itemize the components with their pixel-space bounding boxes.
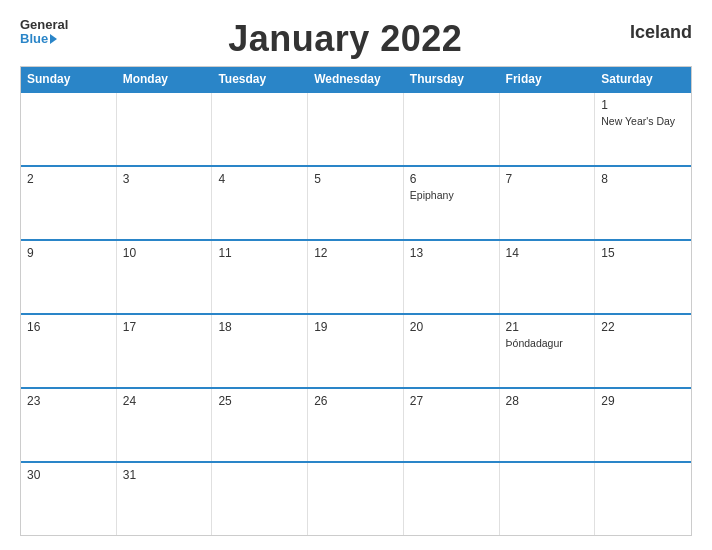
day-number: 6 <box>410 171 493 188</box>
day-cell <box>308 463 404 535</box>
day-number: 23 <box>27 393 110 410</box>
day-cell: 6Epiphany <box>404 167 500 239</box>
page: General Blue January 2022 Iceland Sunday… <box>0 0 712 550</box>
day-cell: 17 <box>117 315 213 387</box>
day-number: 11 <box>218 245 301 262</box>
logo-general-text: General <box>20 18 68 32</box>
day-cell <box>212 463 308 535</box>
week-row-2: 23456Epiphany78 <box>21 165 691 239</box>
day-cell: 24 <box>117 389 213 461</box>
day-cell: 23 <box>21 389 117 461</box>
day-cell: 14 <box>500 241 596 313</box>
day-header-thursday: Thursday <box>404 67 500 91</box>
day-number: 29 <box>601 393 685 410</box>
day-cell <box>308 93 404 165</box>
day-cell: 25 <box>212 389 308 461</box>
day-cell: 2 <box>21 167 117 239</box>
day-header-tuesday: Tuesday <box>212 67 308 91</box>
day-cell: 19 <box>308 315 404 387</box>
day-number: 25 <box>218 393 301 410</box>
day-number: 3 <box>123 171 206 188</box>
day-number: 22 <box>601 319 685 336</box>
day-cell: 30 <box>21 463 117 535</box>
day-number: 12 <box>314 245 397 262</box>
week-row-6: 3031 <box>21 461 691 535</box>
logo-blue-text: Blue <box>20 32 57 46</box>
day-cell: 29 <box>595 389 691 461</box>
day-cell: 27 <box>404 389 500 461</box>
calendar-body: 1New Year's Day23456Epiphany789101112131… <box>21 91 691 535</box>
day-number: 20 <box>410 319 493 336</box>
day-cell <box>212 93 308 165</box>
event-label: Epiphany <box>410 189 493 203</box>
day-number: 24 <box>123 393 206 410</box>
day-cell: 7 <box>500 167 596 239</box>
week-row-4: 161718192021Þóndadagur22 <box>21 313 691 387</box>
day-number: 8 <box>601 171 685 188</box>
day-cell <box>500 93 596 165</box>
day-cell: 8 <box>595 167 691 239</box>
header: General Blue January 2022 Iceland <box>20 18 692 60</box>
day-cell <box>404 463 500 535</box>
day-cell: 13 <box>404 241 500 313</box>
day-number: 14 <box>506 245 589 262</box>
week-row-3: 9101112131415 <box>21 239 691 313</box>
day-cell: 1New Year's Day <box>595 93 691 165</box>
week-row-1: 1New Year's Day <box>21 91 691 165</box>
day-number: 9 <box>27 245 110 262</box>
country-label: Iceland <box>622 18 692 43</box>
day-cell: 3 <box>117 167 213 239</box>
day-number: 4 <box>218 171 301 188</box>
day-number: 2 <box>27 171 110 188</box>
days-header-row: SundayMondayTuesdayWednesdayThursdayFrid… <box>21 67 691 91</box>
day-header-wednesday: Wednesday <box>308 67 404 91</box>
day-cell <box>404 93 500 165</box>
day-cell: 10 <box>117 241 213 313</box>
day-number: 16 <box>27 319 110 336</box>
day-header-saturday: Saturday <box>595 67 691 91</box>
event-label: New Year's Day <box>601 115 685 129</box>
calendar-title: January 2022 <box>68 18 622 60</box>
day-number: 26 <box>314 393 397 410</box>
day-number: 31 <box>123 467 206 484</box>
day-number: 10 <box>123 245 206 262</box>
day-number: 15 <box>601 245 685 262</box>
day-number: 30 <box>27 467 110 484</box>
event-label: Þóndadagur <box>506 337 589 351</box>
day-cell: 18 <box>212 315 308 387</box>
day-cell: 22 <box>595 315 691 387</box>
day-cell: 4 <box>212 167 308 239</box>
day-header-monday: Monday <box>117 67 213 91</box>
day-number: 5 <box>314 171 397 188</box>
day-number: 18 <box>218 319 301 336</box>
day-header-friday: Friday <box>500 67 596 91</box>
day-number: 1 <box>601 97 685 114</box>
day-number: 21 <box>506 319 589 336</box>
logo-triangle-icon <box>50 34 57 44</box>
day-cell: 5 <box>308 167 404 239</box>
day-cell: 9 <box>21 241 117 313</box>
day-cell <box>117 93 213 165</box>
day-number: 13 <box>410 245 493 262</box>
day-header-sunday: Sunday <box>21 67 117 91</box>
day-cell: 26 <box>308 389 404 461</box>
day-number: 27 <box>410 393 493 410</box>
day-cell <box>21 93 117 165</box>
day-cell: 11 <box>212 241 308 313</box>
day-cell: 12 <box>308 241 404 313</box>
day-cell: 28 <box>500 389 596 461</box>
day-cell: 15 <box>595 241 691 313</box>
day-cell <box>595 463 691 535</box>
day-number: 7 <box>506 171 589 188</box>
calendar: SundayMondayTuesdayWednesdayThursdayFrid… <box>20 66 692 536</box>
day-cell: 21Þóndadagur <box>500 315 596 387</box>
day-cell <box>500 463 596 535</box>
day-cell: 31 <box>117 463 213 535</box>
day-number: 19 <box>314 319 397 336</box>
day-number: 28 <box>506 393 589 410</box>
day-cell: 20 <box>404 315 500 387</box>
day-cell: 16 <box>21 315 117 387</box>
logo: General Blue <box>20 18 68 47</box>
week-row-5: 23242526272829 <box>21 387 691 461</box>
day-number: 17 <box>123 319 206 336</box>
